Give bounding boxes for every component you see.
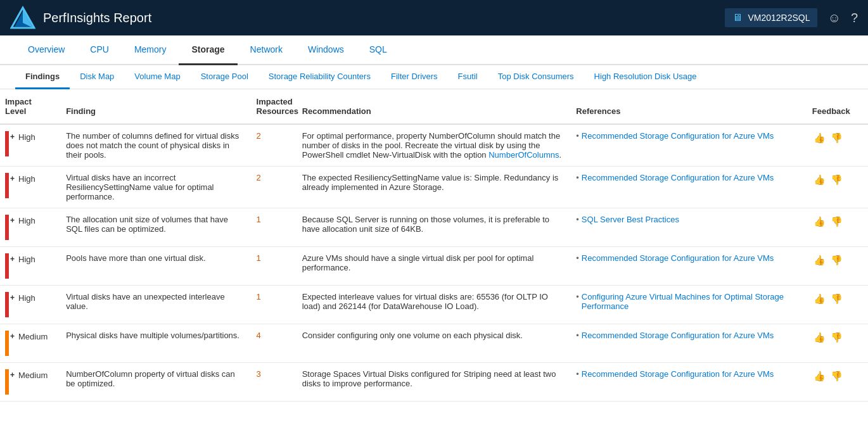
impacted-cell-6: 3 [252, 363, 297, 402]
reference-link[interactable]: Configuring Azure Virtual Machines for O… [582, 292, 802, 311]
highlight-text: NumberOfColumns [488, 150, 559, 160]
col-header-finding: Finding [61, 89, 251, 124]
sub-tab-high-res-disk[interactable]: High Resolution Disk Usage [584, 65, 707, 89]
expand-button[interactable]: + [10, 370, 15, 379]
expand-button[interactable]: + [10, 174, 15, 183]
impacted-count: 1 [257, 292, 261, 301]
reference-link[interactable]: Recommended Storage Configuration for Az… [582, 331, 774, 340]
main-tab-network[interactable]: Network [238, 35, 295, 65]
ref-bullet-icon: • [576, 331, 579, 340]
recommendation-cell-1: The expected ResiliencySettingName value… [297, 167, 571, 208]
header-logo: PerfInsights Report [10, 5, 725, 30]
feedback-buttons: 👍 👎 [812, 173, 863, 187]
expand-button[interactable]: + [10, 255, 15, 263]
feedback-cell-6: 👍 👎 [807, 363, 868, 402]
findings-table: ImpactLevel Finding ImpactedResources Re… [0, 89, 868, 402]
impacted-cell-2: 1 [252, 208, 297, 247]
main-tab-cpu[interactable]: CPU [77, 35, 122, 65]
feedback-buttons: 👍 👎 [812, 253, 863, 267]
vm-name: VM2012R2SQL [748, 13, 810, 23]
table-body: + High The number of columns defined for… [0, 124, 868, 402]
main-tab-sql[interactable]: SQL [357, 35, 400, 65]
thumbs-down-button[interactable]: 👎 [829, 131, 844, 145]
impact-cell-2: + High [0, 208, 61, 247]
col-header-impacted: ImpactedResources [252, 89, 297, 124]
thumbs-down-button[interactable]: 👎 [829, 173, 844, 187]
sub-tab-findings[interactable]: Findings [15, 65, 70, 89]
main-tab-windows[interactable]: Windows [295, 35, 357, 65]
ref-bullet-icon: • [576, 292, 579, 301]
table-row: + High Pools have more than one virtual … [0, 247, 868, 286]
impact-bar [5, 331, 9, 356]
sub-tab-fsutil[interactable]: Fsutil [448, 65, 488, 89]
thumbs-up-button[interactable]: 👍 [812, 331, 827, 345]
impact-label: Medium [18, 370, 48, 380]
thumbs-up-button[interactable]: 👍 [812, 173, 827, 187]
reference-item: •Recommended Storage Configuration for A… [576, 131, 802, 142]
reference-item: •Recommended Storage Configuration for A… [576, 331, 802, 341]
reference-link[interactable]: Recommended Storage Configuration for Az… [582, 173, 774, 182]
feedback-cell-1: 👍 👎 [807, 167, 868, 208]
impacted-count: 1 [257, 215, 261, 224]
references-cell-2: •SQL Server Best Practices [571, 208, 807, 247]
help-button[interactable]: ? [851, 11, 858, 25]
sub-tab-storage-pool[interactable]: Storage Pool [191, 65, 258, 89]
impacted-count: 4 [257, 331, 261, 340]
reference-item: •Recommended Storage Configuration for A… [576, 369, 802, 380]
impacted-count: 1 [257, 253, 261, 263]
impact-label: Medium [18, 332, 48, 341]
finding-cell-0: The number of columns defined for virtua… [61, 124, 251, 167]
sub-tab-filter-drivers[interactable]: Filter Drivers [381, 65, 448, 89]
thumbs-up-button[interactable]: 👍 [812, 131, 827, 145]
expand-button[interactable]: + [10, 216, 15, 225]
sub-navigation: FindingsDisk MapVolume MapStorage PoolSt… [0, 65, 868, 89]
impacted-count: 3 [257, 369, 261, 379]
main-navigation: OverviewCPUMemoryStorageNetworkWindowsSQ… [0, 35, 868, 65]
impact-bar [5, 215, 9, 240]
reference-item: •Recommended Storage Configuration for A… [576, 253, 802, 264]
impact-label: High [18, 132, 35, 142]
impact-bar [5, 253, 9, 279]
main-tab-storage[interactable]: Storage [179, 35, 237, 65]
thumbs-down-button[interactable]: 👎 [829, 331, 844, 345]
expand-button[interactable]: + [10, 332, 15, 341]
reference-link[interactable]: Recommended Storage Configuration for Az… [582, 253, 774, 263]
ref-bullet-icon: • [576, 253, 579, 263]
vm-selector[interactable]: 🖥 VM2012R2SQL [725, 8, 817, 27]
sub-tab-top-disk[interactable]: Top Disk Consumers [488, 65, 584, 89]
thumbs-up-button[interactable]: 👍 [812, 215, 827, 229]
impact-cell-3: + High [0, 247, 61, 286]
main-tab-memory[interactable]: Memory [122, 35, 179, 65]
thumbs-up-button[interactable]: 👍 [812, 369, 827, 383]
table-row: + High Virtual disks have an unexpected … [0, 286, 868, 324]
expand-button[interactable]: + [10, 293, 15, 302]
monitor-icon: 🖥 [732, 12, 743, 23]
main-tab-overview[interactable]: Overview [15, 35, 77, 65]
sub-tab-volume-map[interactable]: Volume Map [124, 65, 190, 89]
thumbs-down-button[interactable]: 👎 [829, 292, 844, 306]
thumbs-down-button[interactable]: 👎 [829, 253, 844, 267]
reference-item: •SQL Server Best Practices [576, 215, 802, 225]
impact-bar [5, 131, 9, 156]
reference-link[interactable]: SQL Server Best Practices [582, 215, 679, 224]
reference-link[interactable]: Recommended Storage Configuration for Az… [582, 131, 774, 141]
impacted-cell-4: 1 [252, 286, 297, 324]
feedback-cell-4: 👍 👎 [807, 286, 868, 324]
table-header: ImpactLevel Finding ImpactedResources Re… [0, 89, 868, 124]
feedback-buttons: 👍 👎 [812, 369, 863, 383]
thumbs-up-button[interactable]: 👍 [812, 292, 827, 306]
thumbs-down-button[interactable]: 👎 [829, 215, 844, 229]
thumbs-up-button[interactable]: 👍 [812, 253, 827, 267]
col-header-impact: ImpactLevel [0, 89, 61, 124]
smile-button[interactable]: ☺ [827, 11, 840, 25]
sub-tab-storage-reliability[interactable]: Storage Reliability Counters [258, 65, 381, 89]
sub-tab-disk-map[interactable]: Disk Map [70, 65, 124, 89]
impacted-count: 2 [257, 173, 261, 182]
recommendation-cell-5: Consider configuring only one volume on … [297, 324, 571, 363]
expand-button[interactable]: + [10, 132, 15, 141]
thumbs-down-button[interactable]: 👎 [829, 369, 844, 383]
reference-link[interactable]: Recommended Storage Configuration for Az… [582, 369, 774, 379]
impact-cell-1: + High [0, 167, 61, 208]
impact-cell-0: + High [0, 124, 61, 167]
references-cell-0: •Recommended Storage Configuration for A… [571, 124, 807, 167]
